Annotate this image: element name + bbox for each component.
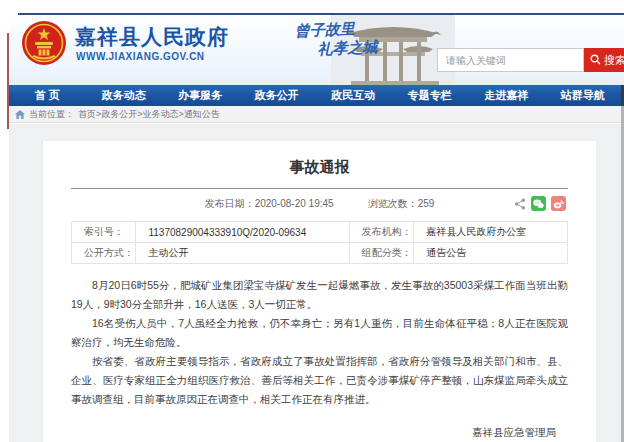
site-url: WWW.JIAXIANG.GOV.CN bbox=[76, 51, 205, 62]
main-nav: 首 页 政务动态 办事服务 政务公开 政民互动 专题专栏 走进嘉祥 站群导航 bbox=[9, 85, 621, 106]
search-icon bbox=[590, 54, 601, 67]
publish-date-label: 发布日期： bbox=[205, 198, 255, 209]
publish-date-value: 2020-08-20 19:45 bbox=[255, 198, 334, 209]
search-button-label: 搜索 bbox=[604, 53, 624, 68]
view-count: 浏览次数：259 bbox=[368, 197, 435, 211]
publish-date: 发布日期：2020-08-20 19:45 bbox=[205, 197, 334, 211]
slogan-line2: 礼孝之城 bbox=[317, 36, 406, 58]
weibo-share-icon[interactable] bbox=[551, 196, 566, 211]
page: 嘉祥县人民政府 WWW.JIAXIANG.GOV.CN 曾子故里 礼孝之 bbox=[0, 0, 624, 442]
info-label-index: 索引号： bbox=[72, 222, 136, 243]
nav-item-special-topics[interactable]: 专题专栏 bbox=[392, 88, 469, 103]
signature-block: 嘉祥县应急管理局 2020年8月20日 bbox=[71, 423, 568, 442]
national-emblem-icon bbox=[21, 20, 67, 66]
paragraph-3: 按省委、省政府主要领导指示，省政府成立了事故处置指挥部，省政府分管领导及相关部门… bbox=[71, 352, 568, 409]
info-value-category: 通告公告 bbox=[414, 243, 568, 264]
share-toolbar bbox=[514, 196, 566, 211]
info-label-method: 公开方式： bbox=[72, 243, 136, 264]
breadcrumb: 当前位置： 首页>政务公开>业务动态>通知公告 bbox=[9, 106, 621, 123]
paragraph-1: 8月20日6时55分，肥城矿业集团梁宝寺煤矿发生一起爆燃事故，发生事故的3500… bbox=[71, 276, 568, 314]
info-label-issuer: 发布机构： bbox=[349, 222, 413, 243]
nav-item-gov-disclosure[interactable]: 政务公开 bbox=[239, 88, 316, 103]
home-icon bbox=[15, 105, 25, 123]
slogan-line1: 曾子故里 bbox=[294, 20, 355, 39]
article-title: 事故通报 bbox=[71, 158, 568, 177]
info-value-issuer: 嘉祥县人民政府办公室 bbox=[414, 222, 568, 243]
search-input[interactable] bbox=[437, 48, 584, 72]
breadcrumb-path[interactable]: 首页>政务公开>业务动态>通知公告 bbox=[78, 108, 220, 121]
view-count-label: 浏览次数： bbox=[368, 198, 418, 209]
wechat-share-icon[interactable] bbox=[531, 196, 546, 211]
article-meta: 发布日期：2020-08-20 19:45 浏览次数：259 bbox=[71, 191, 568, 217]
table-row: 索引号： 11370829004333910Q/2020-09634 发布机构：… bbox=[72, 222, 568, 243]
site-slogan: 曾子故里 礼孝之城 bbox=[294, 17, 405, 59]
info-value-method: 主动公开 bbox=[136, 243, 349, 264]
paragraph-2: 16名受伤人员中，7人虽经全力抢救，仍不幸身亡；另有1人重伤，目前生命体征平稳；… bbox=[71, 314, 568, 352]
search-button[interactable]: 搜索 bbox=[584, 48, 624, 72]
nav-item-services[interactable]: 办事服务 bbox=[162, 88, 239, 103]
article-card: 事故通报 发布日期：2020-08-20 19:45 浏览次数：259 bbox=[42, 140, 597, 442]
info-label-category: 组配分类： bbox=[349, 243, 413, 264]
signature-org: 嘉祥县应急管理局 bbox=[71, 423, 556, 442]
article-body: 8月20日6时55分，肥城矿业集团梁宝寺煤矿发生一起爆燃事故，发生事故的3500… bbox=[71, 276, 568, 409]
nav-item-gov-news[interactable]: 政务动态 bbox=[86, 88, 163, 103]
nav-item-home[interactable]: 首 页 bbox=[9, 88, 86, 103]
title-divider bbox=[71, 188, 568, 189]
site-header: 嘉祥县人民政府 WWW.JIAXIANG.GOV.CN 曾子故里 礼孝之 bbox=[9, 15, 624, 85]
share-icon[interactable] bbox=[514, 198, 526, 210]
site-title: 嘉祥县人民政府 bbox=[75, 23, 229, 51]
nav-item-site-navigation[interactable]: 站群导航 bbox=[545, 88, 622, 103]
nav-item-interaction[interactable]: 政民互动 bbox=[315, 88, 392, 103]
table-row: 公开方式： 主动公开 组配分类： 通告公告 bbox=[72, 243, 568, 264]
info-value-index: 11370829004333910Q/2020-09634 bbox=[136, 222, 349, 243]
breadcrumb-label: 当前位置： bbox=[29, 108, 74, 121]
nav-item-about-jiaxiang[interactable]: 走进嘉祥 bbox=[468, 88, 545, 103]
view-count-value: 259 bbox=[418, 198, 435, 209]
article-info-table: 索引号： 11370829004333910Q/2020-09634 发布机构：… bbox=[71, 221, 568, 264]
